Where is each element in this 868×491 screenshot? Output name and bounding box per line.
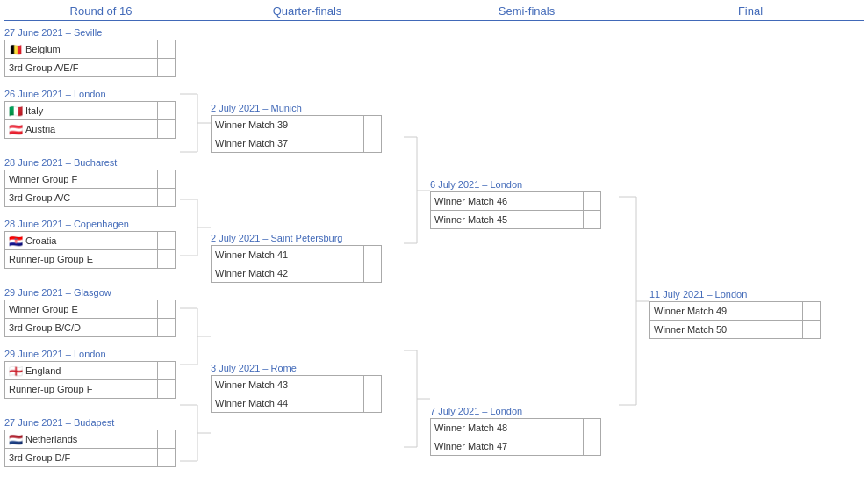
qf-m3-t1-score bbox=[363, 375, 381, 394]
qf-m2-t1-score bbox=[363, 245, 381, 264]
sf-match2-date: 7 July 2021 – London bbox=[430, 406, 623, 416]
sf-column: 6 July 2021 – London Winner Match 46 Win… bbox=[430, 25, 623, 455]
r16-match4-team2: Runner-up Group E bbox=[4, 249, 176, 269]
r16-match3-team2: 3rd Group A/C bbox=[4, 188, 176, 207]
r16-m5-t1-name: Winner Group E bbox=[5, 304, 157, 314]
qf-match3-team2: Winner Match 44 bbox=[211, 394, 382, 413]
r16-m2-t2-name: 🇦🇹 Austria bbox=[5, 123, 157, 136]
qf-m3-t2-name: Winner Match 44 bbox=[212, 398, 363, 408]
qf-column: 2 July 2021 – Munich Winner Match 39 Win… bbox=[211, 25, 404, 469]
r16-match4-team1: 🇭🇷 Croatia bbox=[4, 231, 176, 250]
r16-match-7: 27 June 2021 – Budapest 🇳🇱 Netherlands 3… bbox=[4, 417, 197, 467]
r16-m5-t2-name: 3rd Group B/C/D bbox=[5, 322, 157, 333]
austria-flag: 🇦🇹 bbox=[9, 123, 23, 136]
sf-match1-date: 6 July 2021 – London bbox=[430, 179, 623, 190]
r16-match6-team1: 🏴󠁧󠁢󠁥󠁮󠁧󠁿 England bbox=[4, 361, 176, 380]
final-m-t1-name: Winner Match 49 bbox=[650, 306, 802, 316]
r16-m6-t1-score bbox=[157, 361, 175, 380]
header-qf: Quarter-finals bbox=[197, 4, 417, 21]
r16-match5-team2: 3rd Group B/C/D bbox=[4, 318, 176, 337]
r16-m2-t2-score bbox=[157, 119, 175, 139]
r16-m4-t1-name: 🇭🇷 Croatia bbox=[5, 235, 157, 248]
r16-match-1: 27 June 2021 – Seville 🇧🇪 Belgium 3rd Gr… bbox=[4, 27, 197, 77]
netherlands-flag: 🇳🇱 bbox=[9, 433, 23, 446]
r16-m7-t2-score bbox=[157, 448, 175, 467]
r16-m4-t2-score bbox=[157, 249, 175, 269]
croatia-flag: 🇭🇷 bbox=[9, 235, 23, 248]
sf-m1-t2-score bbox=[583, 210, 600, 229]
final-match-team2: Winner Match 50 bbox=[649, 320, 821, 339]
final-match-team1: Winner Match 49 bbox=[649, 301, 821, 321]
sf-match-1: 6 July 2021 – London Winner Match 46 Win… bbox=[430, 179, 623, 229]
r16-m5-t1-score bbox=[157, 300, 175, 319]
final-match: 11 July 2021 – London Winner Match 49 Wi… bbox=[649, 289, 843, 339]
header-r16: Round of 16 bbox=[4, 4, 197, 21]
sf-m2-t2-name: Winner Match 47 bbox=[431, 441, 583, 451]
sf-match-2: 7 July 2021 – London Winner Match 48 Win… bbox=[430, 406, 623, 456]
qf-m2-t1-name: Winner Match 41 bbox=[212, 249, 363, 260]
sf-m1-t1-score bbox=[583, 191, 600, 211]
sf-m1-t1-name: Winner Match 46 bbox=[431, 196, 583, 206]
qf-m2-t2-name: Winner Match 42 bbox=[212, 268, 363, 278]
r16-match2-date: 26 June 2021 – London bbox=[4, 89, 197, 99]
r16-m6-t2-name: Runner-up Group F bbox=[5, 384, 157, 394]
final-column: 11 July 2021 – London Winner Match 49 Wi… bbox=[649, 25, 843, 338]
r16-match-3: 28 June 2021 – Bucharest Winner Group F … bbox=[4, 157, 197, 207]
r16-m3-t2-score bbox=[157, 188, 175, 207]
r16-m7-t1-name: 🇳🇱 Netherlands bbox=[5, 433, 157, 446]
r16-m1-t2-name: 3rd Group A/E/F bbox=[5, 62, 157, 73]
qf-match2-team2: Winner Match 42 bbox=[211, 264, 382, 283]
r16-match-6: 29 June 2021 – London 🏴󠁧󠁢󠁥󠁮󠁧󠁿 England Ru… bbox=[4, 349, 197, 399]
england-flag: 🏴󠁧󠁢󠁥󠁮󠁧󠁿 bbox=[9, 365, 23, 378]
final-m-t2-score bbox=[802, 320, 820, 339]
qf-m1-t1-name: Winner Match 39 bbox=[212, 119, 363, 130]
r16-m4-t2-name: Runner-up Group E bbox=[5, 254, 157, 264]
r16-match-2: 26 June 2021 – London 🇮🇹 Italy 🇦🇹 Austri… bbox=[4, 89, 197, 139]
r16-m6-t2-score bbox=[157, 379, 175, 399]
r16-match2-team1: 🇮🇹 Italy bbox=[4, 101, 176, 120]
r16-match6-team2: Runner-up Group F bbox=[4, 379, 176, 399]
r16-match1-date: 27 June 2021 – Seville bbox=[4, 27, 197, 38]
r16-match3-team1: Winner Group F bbox=[4, 170, 176, 189]
qf-m1-t2-score bbox=[363, 134, 381, 153]
sf-m1-t2-name: Winner Match 45 bbox=[431, 214, 583, 225]
qf-match1-date: 2 July 2021 – Munich bbox=[211, 103, 404, 113]
r16-match7-date: 27 June 2021 – Budapest bbox=[4, 417, 197, 428]
qf-match1-team1: Winner Match 39 bbox=[211, 115, 382, 134]
qf-match-3: 3 July 2021 – Rome Winner Match 43 Winne… bbox=[211, 363, 404, 413]
r16-m3-t1-name: Winner Group F bbox=[5, 174, 157, 184]
qf-match2-date: 2 July 2021 – Saint Petersburg bbox=[211, 233, 404, 243]
r16-m7-t2-name: 3rd Group D/F bbox=[5, 452, 157, 463]
sf-match2-team1: Winner Match 48 bbox=[430, 418, 601, 437]
header-final: Final bbox=[636, 4, 864, 21]
final-match-date: 11 July 2021 – London bbox=[649, 289, 843, 300]
r16-match7-team1: 🇳🇱 Netherlands bbox=[4, 430, 176, 449]
r16-m7-t1-score bbox=[157, 430, 175, 449]
r16-m3-t1-score bbox=[157, 170, 175, 189]
italy-flag: 🇮🇹 bbox=[9, 105, 23, 118]
qf-match-1: 2 July 2021 – Munich Winner Match 39 Win… bbox=[211, 103, 404, 153]
r16-match-4: 28 June 2021 – Copenhagen 🇭🇷 Croatia Run… bbox=[4, 219, 197, 269]
r16-m1-t1-name: 🇧🇪 Belgium bbox=[5, 43, 157, 56]
belgium-flag: 🇧🇪 bbox=[9, 43, 23, 56]
r16-match3-date: 28 June 2021 – Bucharest bbox=[4, 157, 197, 168]
r16-m1-t1-score bbox=[157, 40, 175, 59]
qf-match-2: 2 July 2021 – Saint Petersburg Winner Ma… bbox=[211, 233, 404, 283]
sf-match1-team1: Winner Match 46 bbox=[430, 191, 601, 211]
r16-m2-t1-score bbox=[157, 101, 175, 120]
qf-m3-t2-score bbox=[363, 394, 381, 413]
r16-match4-date: 28 June 2021 – Copenhagen bbox=[4, 219, 197, 229]
r16-match7-team2: 3rd Group D/F bbox=[4, 448, 176, 467]
r16-m6-t1-name: 🏴󠁧󠁢󠁥󠁮󠁧󠁿 England bbox=[5, 365, 157, 378]
r16-match6-date: 29 June 2021 – London bbox=[4, 349, 197, 359]
r16-match1-team1: 🇧🇪 Belgium bbox=[4, 40, 176, 59]
r16-m2-t1-name: 🇮🇹 Italy bbox=[5, 105, 157, 118]
sf-m2-t1-score bbox=[583, 418, 600, 437]
r16-m3-t2-name: 3rd Group A/C bbox=[5, 192, 157, 203]
qf-m2-t2-score bbox=[363, 264, 381, 283]
header-sf: Semi-finals bbox=[417, 4, 636, 21]
qf-m1-t1-score bbox=[363, 115, 381, 134]
r16-match2-team2: 🇦🇹 Austria bbox=[4, 119, 176, 139]
final-m-t2-name: Winner Match 50 bbox=[650, 324, 802, 335]
round-headers: Round of 16 Quarter-finals Semi-finals F… bbox=[4, 4, 868, 21]
